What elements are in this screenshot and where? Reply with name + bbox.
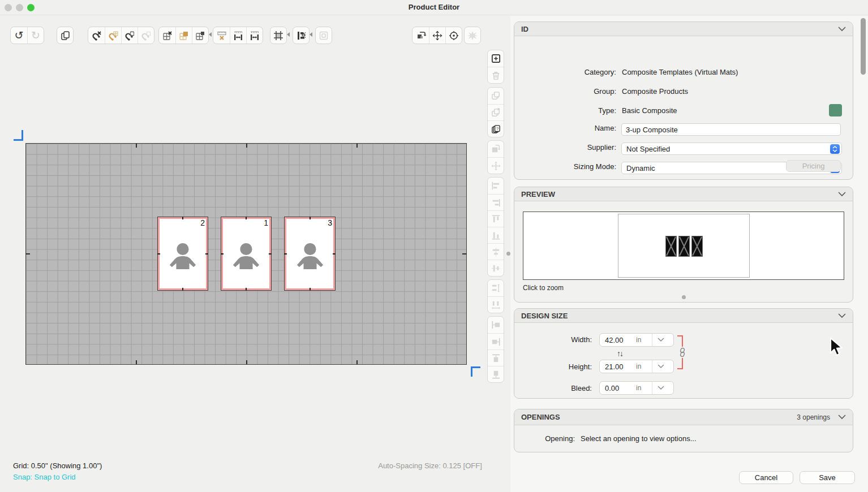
opening-tick — [310, 288, 311, 291]
openings-section-title: OPENINGS — [521, 413, 797, 421]
svg-text:?: ? — [496, 126, 498, 131]
opening-number: 2 — [200, 218, 205, 227]
design-size-section-header[interactable]: DESIGN SIZE — [514, 309, 853, 323]
align-bottom-icon — [491, 230, 501, 241]
snap-status[interactable]: Snap: Snap to Grid — [13, 473, 76, 481]
opening-add-outline-button[interactable] — [192, 27, 208, 44]
panel-scrollbar[interactable] — [861, 18, 866, 75]
redo-button[interactable]: ↻ — [27, 27, 44, 44]
align-edge-top-icon — [491, 353, 501, 364]
snap-tools-group — [88, 27, 154, 44]
type-color-swatch[interactable] — [829, 104, 842, 116]
openings-section-header[interactable]: OPENINGS 3 openings — [514, 409, 853, 425]
bleed-value: 0.00 — [600, 384, 636, 392]
distribute-vertical-icon — [491, 283, 501, 294]
preview-section-header[interactable]: PREVIEW — [514, 187, 853, 201]
preview-design-area — [618, 214, 750, 278]
magnet-off-button[interactable] — [88, 27, 105, 44]
grid-status: Grid: 0.50" (Showing 1.00") — [13, 461, 102, 470]
type-label: Type: — [598, 106, 616, 115]
move-opening-icon — [491, 161, 501, 171]
center-horizontal-button[interactable] — [488, 243, 504, 260]
center-vertical-button[interactable] — [488, 260, 504, 276]
save-button[interactable]: Save — [800, 471, 855, 484]
ruler-spacing-button[interactable] — [230, 27, 246, 44]
canvas-tick — [136, 360, 137, 364]
redo-icon: ↻ — [31, 30, 40, 41]
cancel-button[interactable]: Cancel — [739, 471, 793, 484]
design-size-section-title: DESIGN SIZE — [521, 312, 838, 320]
bleed-unit-dropdown[interactable] — [652, 382, 669, 394]
svg-text:3: 3 — [496, 95, 499, 99]
opening-3[interactable]: 3 — [284, 217, 336, 291]
preview-section-title: PREVIEW — [521, 190, 838, 198]
rotate-opening-button[interactable] — [488, 141, 504, 157]
width-input[interactable]: 42.00 in — [599, 333, 674, 347]
pricing-button[interactable]: Pricing — [786, 160, 841, 172]
opening-remove-button[interactable] — [159, 27, 175, 44]
chevron-down-icon[interactable] — [838, 415, 846, 420]
align-edge-left-button[interactable] — [488, 317, 504, 333]
distribute-lock-button[interactable] — [293, 27, 310, 44]
canvas-tick — [136, 144, 137, 148]
name-field[interactable] — [621, 123, 841, 136]
duplicate-3-button[interactable]: 3 — [488, 88, 504, 104]
panel-resize-handle[interactable] — [506, 252, 510, 256]
width-unit-dropdown[interactable] — [652, 334, 669, 346]
design-canvas[interactable]: 2 1 3 — [25, 143, 467, 365]
align-left-button[interactable] — [488, 178, 504, 194]
opening-add-outline-icon — [195, 30, 206, 41]
delete-opening-button[interactable] — [488, 67, 504, 83]
distribute-horizontal-button[interactable] — [488, 296, 504, 313]
opening-add-filled-button[interactable] — [175, 27, 192, 44]
duplicate-product-button[interactable] — [57, 27, 74, 44]
add-opening-button[interactable] — [488, 50, 504, 67]
height-unit: in — [636, 362, 652, 370]
bleed-input[interactable]: 0.00 in — [599, 381, 674, 395]
render-preview-button[interactable] — [464, 27, 481, 44]
undo-button[interactable]: ↺ — [11, 27, 27, 44]
align-edge-right-button[interactable] — [488, 333, 504, 349]
stack-query-button[interactable]: ? — [488, 120, 504, 137]
crop-marks-button[interactable] — [270, 27, 287, 44]
height-input[interactable]: 21.00 in — [599, 360, 674, 373]
align-right-button[interactable] — [488, 194, 504, 210]
chevron-down-icon[interactable] — [838, 192, 846, 197]
id-section-header[interactable]: ID — [514, 22, 853, 36]
height-unit-dropdown[interactable] — [652, 360, 669, 373]
align-top-button[interactable] — [488, 210, 504, 227]
align-top-icon — [491, 214, 501, 225]
concentric-frames-button[interactable] — [315, 27, 332, 44]
canvas-tick — [246, 144, 247, 148]
move-opening-button[interactable] — [488, 157, 504, 174]
center-view-button[interactable] — [445, 27, 462, 44]
fit-view-button[interactable] — [429, 27, 445, 44]
chevron-down-icon[interactable] — [838, 27, 846, 32]
rotate-view-button[interactable] — [412, 27, 429, 44]
link-dimensions-icon[interactable] — [678, 347, 686, 358]
magnet-design-button[interactable] — [121, 27, 137, 44]
align-bottom-button[interactable] — [488, 227, 504, 243]
opening-2[interactable]: 2 — [157, 217, 208, 291]
preview-image[interactable] — [523, 212, 844, 280]
distribute-vertical-button[interactable] — [488, 280, 504, 296]
design-size-section: DESIGN SIZE Width: 42.00 in ↑↓ Height: 2… — [514, 308, 853, 399]
ruler-clear-button[interactable] — [213, 27, 230, 44]
supplier-select[interactable]: Not Specified — [621, 143, 842, 155]
openings-section: OPENINGS 3 openings Opening: Select an o… — [514, 409, 853, 452]
magnet-generic-button[interactable] — [137, 27, 154, 44]
align-edge-top-button[interactable] — [488, 349, 504, 366]
status-bar: Grid: 0.50" (Showing 1.00") Snap: Snap t… — [0, 457, 868, 492]
chevron-down-icon[interactable] — [838, 313, 846, 318]
ruler-spacing-alt-button[interactable] — [246, 27, 263, 44]
width-label: Width: — [571, 335, 592, 344]
fit-view-icon — [432, 30, 443, 41]
swap-dimensions-button[interactable]: ↑↓ — [617, 349, 622, 358]
duplicate-3-linked-button[interactable]: 3 — [488, 104, 504, 120]
align-edge-bottom-button[interactable] — [488, 366, 504, 382]
magnet-grid-button[interactable] — [105, 27, 121, 44]
opening-tick — [333, 253, 336, 254]
side-toolbar-group-5 — [487, 279, 504, 313]
canvas-tick — [356, 144, 358, 148]
opening-1[interactable]: 1 — [221, 217, 272, 291]
